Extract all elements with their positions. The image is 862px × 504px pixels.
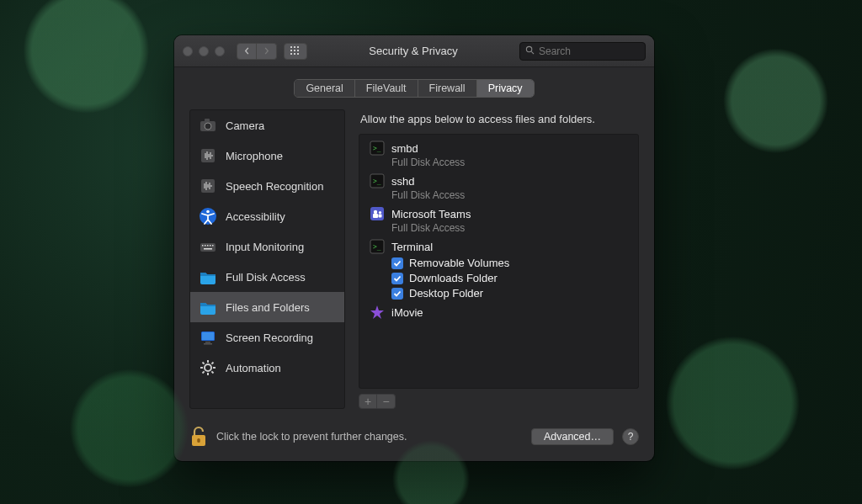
microphone-icon (199, 146, 217, 165)
sidebar-item-label: Full Disk Access (226, 271, 306, 284)
sidebar-item-files-folders[interactable]: Files and Folders (190, 292, 344, 322)
help-button[interactable]: ? (622, 428, 639, 445)
terminal-icon: >_ (370, 239, 385, 254)
forward-button[interactable] (257, 43, 277, 60)
camera-icon (199, 116, 217, 135)
gears-icon (199, 358, 217, 377)
privacy-category-list[interactable]: CameraMicrophoneSpeech RecognitionAccess… (189, 109, 345, 409)
search-field-wrap[interactable] (519, 42, 646, 61)
sidebar-item-full-disk[interactable]: Full Disk Access (190, 262, 344, 292)
app-name: sshd (391, 175, 414, 188)
permission-checkbox[interactable] (391, 288, 403, 300)
svg-rect-37 (202, 332, 214, 340)
app-row-teams[interactable]: Microsoft TeamsFull Disk Access (359, 204, 638, 236)
tab-firewall[interactable]: Firewall (418, 80, 477, 97)
svg-point-12 (205, 123, 211, 130)
app-subtext: Full Disk Access (391, 157, 628, 168)
app-row-smbd[interactable]: >_smbdFull Disk Access (359, 138, 638, 171)
teams-icon (370, 206, 385, 221)
remove-button[interactable]: − (377, 394, 396, 409)
permission-label: Downloads Folder (409, 272, 498, 284)
svg-rect-14 (201, 149, 215, 162)
svg-rect-62 (197, 438, 200, 443)
show-all-button[interactable] (284, 43, 307, 60)
svg-rect-1 (294, 46, 295, 48)
permission-checkbox[interactable] (391, 257, 403, 269)
sidebar-item-automation[interactable]: Automation (190, 353, 344, 383)
app-name: Microsoft Teams (391, 208, 471, 220)
svg-rect-8 (297, 53, 299, 55)
svg-rect-6 (290, 53, 292, 55)
add-button[interactable]: + (359, 394, 377, 409)
app-subtext: Full Disk Access (391, 222, 628, 234)
imovie-icon (370, 305, 385, 320)
svg-point-28 (206, 210, 210, 214)
accessibility-icon (199, 207, 217, 225)
svg-rect-3 (290, 50, 292, 51)
titlebar: Security & Privacy (174, 35, 654, 67)
svg-rect-38 (205, 342, 210, 343)
zoom-window-icon[interactable] (215, 46, 225, 56)
permission-checkbox[interactable] (391, 273, 403, 284)
smbd-icon: >_ (370, 141, 385, 156)
app-row-imovie[interactable]: iMovie (359, 302, 638, 322)
svg-rect-33 (210, 245, 211, 247)
app-row-terminal[interactable]: >_TerminalRemovable VolumesDownloads Fol… (359, 236, 638, 302)
svg-rect-7 (294, 53, 295, 55)
advanced-button[interactable]: Advanced… (531, 428, 614, 445)
lock-icon[interactable] (189, 426, 208, 448)
search-icon (525, 45, 535, 57)
tab-general[interactable]: General (295, 80, 354, 97)
svg-point-9 (526, 46, 531, 51)
svg-rect-32 (207, 245, 209, 247)
svg-rect-57 (379, 215, 382, 218)
keyboard-icon (199, 237, 217, 256)
svg-line-45 (203, 363, 205, 364)
tab-filevault[interactable]: FileVault (355, 80, 418, 97)
search-input[interactable] (539, 45, 640, 57)
svg-rect-30 (202, 245, 204, 247)
permission-row: Desktop Folder (391, 287, 628, 300)
svg-line-10 (531, 51, 534, 54)
app-permissions-list[interactable]: >_smbdFull Disk Access>_sshdFull Disk Ac… (359, 134, 639, 389)
sidebar-item-label: Accessibility (226, 210, 285, 223)
svg-rect-5 (297, 50, 299, 51)
sidebar-item-speech[interactable]: Speech Recognition (190, 171, 344, 201)
display-icon (199, 328, 217, 347)
svg-text:>_: >_ (373, 243, 381, 251)
svg-rect-31 (205, 245, 206, 247)
sidebar-item-accessibility[interactable]: Accessibility (190, 201, 344, 231)
svg-rect-0 (290, 46, 292, 48)
permission-row: Removable Volumes (391, 257, 628, 269)
svg-text:>_: >_ (373, 145, 381, 152)
traffic-lights (183, 46, 225, 56)
minimize-window-icon[interactable] (199, 46, 209, 56)
svg-rect-13 (205, 119, 210, 122)
svg-rect-2 (297, 46, 299, 48)
tab-bar: GeneralFileVaultFirewallPrivacy (189, 79, 639, 98)
app-subtext: Full Disk Access (391, 189, 628, 201)
app-row-sshd[interactable]: >_sshdFull Disk Access (359, 171, 638, 204)
svg-rect-39 (204, 343, 212, 345)
system-preferences-window: Security & Privacy GeneralFileVaultFirew… (174, 35, 654, 461)
close-window-icon[interactable] (183, 46, 193, 56)
svg-text:>_: >_ (373, 178, 381, 185)
permission-row: Downloads Folder (391, 272, 628, 284)
svg-point-54 (374, 210, 377, 214)
footer: Click the lock to prevent further change… (174, 417, 654, 461)
tab-privacy[interactable]: Privacy (477, 80, 534, 97)
app-name: smbd (391, 142, 418, 155)
folder-blue-icon (199, 298, 217, 316)
right-pane: Allow the apps below to access files and… (359, 109, 639, 409)
svg-point-40 (205, 364, 211, 371)
app-name: Terminal (391, 241, 433, 253)
add-remove-buttons: + − (359, 394, 639, 409)
back-button[interactable] (237, 43, 257, 60)
svg-rect-4 (294, 50, 295, 51)
sidebar-item-microphone[interactable]: Microphone (190, 141, 344, 171)
sidebar-item-label: Screen Recording (226, 332, 313, 344)
svg-line-46 (211, 371, 213, 373)
sidebar-item-input-monitoring[interactable]: Input Monitoring (190, 231, 344, 262)
sidebar-item-camera[interactable]: Camera (190, 110, 344, 141)
sidebar-item-screen-recording[interactable]: Screen Recording (190, 322, 344, 353)
